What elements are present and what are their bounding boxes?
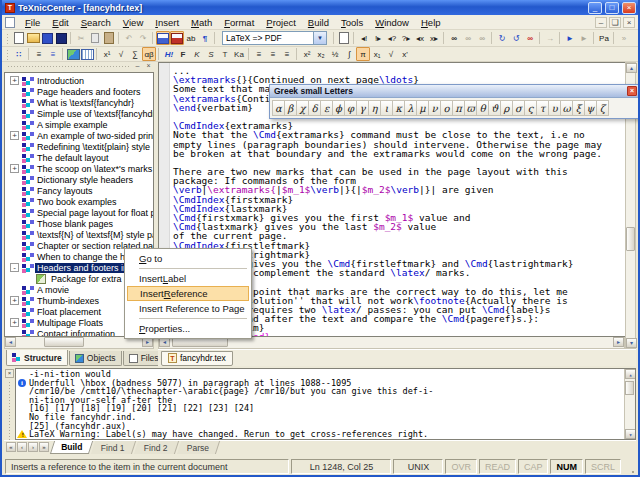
accent-icon[interactable]: x' <box>398 47 412 61</box>
context-menu-item[interactable] <box>139 268 247 269</box>
tree-expander-icon[interactable]: + <box>10 131 19 140</box>
goto-icon[interactable]: → <box>543 31 557 45</box>
paste-icon[interactable] <box>102 31 116 45</box>
resize-grip[interactable] <box>623 459 635 474</box>
context-menu-item[interactable] <box>139 318 247 319</box>
subscript-icon[interactable]: x₂ <box>314 47 328 61</box>
copy-icon[interactable] <box>88 31 102 45</box>
insert-table-icon[interactable] <box>80 47 94 61</box>
word-wrap-icon[interactable]: ¶ <box>198 31 212 45</box>
tree-item[interactable]: + Introduction <box>5 75 153 86</box>
toolbar-gripper[interactable] <box>6 33 10 44</box>
incremental-search-back-icon[interactable]: ↺ <box>509 31 523 45</box>
tree-item[interactable]: \textsf{N} of \textsf{M} style page numb… <box>5 229 153 240</box>
tree-expander-icon[interactable]: + <box>10 318 19 327</box>
menu-item[interactable]: Edit <box>46 16 74 29</box>
menu-item[interactable]: Format <box>218 16 260 29</box>
mdi-restore-button[interactable]: ❏ <box>609 17 621 28</box>
palette-close-icon[interactable]: × <box>627 86 637 96</box>
inline-math-icon[interactable]: √ <box>114 47 128 61</box>
emphasize-icon[interactable]: H! <box>162 47 176 61</box>
first-tab-icon[interactable]: « <box>6 442 16 452</box>
panel-close-icon[interactable]: × <box>144 63 153 71</box>
next-error-icon[interactable]: !▸ <box>371 31 385 45</box>
next-bookmark-icon[interactable]: » <box>617 31 631 45</box>
greek-palette-icon[interactable]: π <box>356 47 370 61</box>
menu-item[interactable]: Search <box>75 16 117 29</box>
enumerate-icon[interactable]: ≡ <box>32 47 46 61</box>
palette-title-bar[interactable]: Greek small Letters × <box>270 85 639 98</box>
context-menu-item[interactable]: Insert Label <box>127 271 249 286</box>
tree-item[interactable]: Those blank pages <box>5 218 153 229</box>
context-menu-item[interactable]: Insert Reference to Page <box>127 301 249 316</box>
next-warning-icon[interactable]: ?▸ <box>399 31 413 45</box>
preview-icon[interactable] <box>337 31 351 45</box>
save-all-icon[interactable] <box>54 31 68 45</box>
context-menu-item[interactable]: Go to <box>127 251 249 266</box>
panel-gripper[interactable] <box>7 65 131 69</box>
output-profile-combobox[interactable]: LaTeX => PDF ▼ <box>222 31 327 45</box>
align-right-icon[interactable]: ≡ <box>280 47 294 61</box>
scroll-up-icon[interactable]: ▴ <box>626 63 637 73</box>
next-badbox-icon[interactable]: x▸ <box>427 31 441 45</box>
snippet-icon[interactable]: ∷ <box>12 47 26 61</box>
maximize-button[interactable]: □ <box>605 2 619 14</box>
output-close-icon[interactable]: × <box>5 369 14 378</box>
spell-check-icon[interactable]: ab <box>184 31 198 45</box>
redo-icon[interactable]: ↷ <box>136 31 150 45</box>
previous-error-icon[interactable]: ◂! <box>357 31 371 45</box>
slanted-icon[interactable]: S <box>204 47 218 61</box>
context-menu-item[interactable]: Properties... <box>127 321 249 336</box>
scroll-up-icon[interactable]: ▴ <box>625 369 636 379</box>
menu-item[interactable]: Tools <box>335 16 369 29</box>
tree-item[interactable]: Two book examples <box>5 196 153 207</box>
tree-item[interactable]: Simple use of \textsf{fancyhdr} <box>5 108 153 119</box>
menu-item[interactable]: View <box>117 16 149 29</box>
itemize-icon[interactable]: ≡ <box>46 47 60 61</box>
incremental-search-icon[interactable]: ↻ <box>495 31 509 45</box>
menu-item[interactable]: Insert <box>149 16 185 29</box>
tree-expander-icon[interactable]: + <box>10 296 19 305</box>
menu-item[interactable]: Project <box>260 16 302 29</box>
small-caps-icon[interactable]: Ka <box>232 47 246 61</box>
save-icon[interactable] <box>40 31 54 45</box>
close-button[interactable]: × <box>622 2 636 14</box>
insert-image-icon[interactable] <box>66 47 80 61</box>
previous-tab-icon[interactable]: ‹ <box>17 442 27 452</box>
tree-item[interactable]: Page headers and footers <box>5 86 153 97</box>
tree-item[interactable]: Special page layout for float pages <box>5 207 153 218</box>
scrollbar-thumb[interactable] <box>625 381 634 395</box>
scroll-down-icon[interactable]: ▾ <box>625 429 636 439</box>
build-output[interactable]: -i-ni-tion would Underfull \hbox (badnes… <box>15 368 636 440</box>
output-tab[interactable]: Parse <box>176 441 219 454</box>
menu-item[interactable]: Build <box>302 16 335 29</box>
typewriter-icon[interactable]: T <box>218 47 232 61</box>
footnote-icon[interactable]: x¹ <box>100 47 114 61</box>
mdi-minimize-button[interactable]: – <box>595 17 607 28</box>
mdi-close-button[interactable]: × <box>623 17 635 28</box>
align-left-icon[interactable]: ≡ <box>252 47 266 61</box>
integral-icon[interactable]: ∫ <box>342 47 356 61</box>
document-tab-fancyhdr[interactable]: fancyhdr.tex <box>161 351 233 366</box>
menu-item[interactable]: Window <box>369 16 415 29</box>
editor-line[interactable]: be broken at that boundary and the extra… <box>173 149 625 158</box>
tree-item[interactable]: + The scoop on \latex*'s marks <box>5 163 153 174</box>
document-system-icon[interactable] <box>5 17 15 28</box>
output-vertical-scrollbar[interactable]: ▴ ▾ <box>624 369 635 439</box>
greek-letter-button[interactable]: ζ <box>596 100 609 116</box>
find-in-files-icon[interactable]: ∞ <box>523 31 537 45</box>
scroll-left-icon[interactable]: ◂ <box>5 337 16 347</box>
italic-icon[interactable]: K <box>190 47 204 61</box>
previous-warning-icon[interactable]: ◂? <box>385 31 399 45</box>
minimize-button[interactable]: _ <box>588 2 602 14</box>
tree-expander-icon[interactable]: + <box>10 76 19 85</box>
scroll-right-icon[interactable]: ▸ <box>613 337 624 347</box>
context-menu-item[interactable]: Insert Reference <box>127 286 249 301</box>
output-tab[interactable]: Find 2 <box>134 441 179 454</box>
tree-expander-icon[interactable]: - <box>10 263 19 272</box>
find-next-icon[interactable]: ∞ <box>475 31 489 45</box>
menu-item[interactable]: Math <box>185 16 218 29</box>
tree-item[interactable]: Redefining \textit{plain} style <box>5 141 153 152</box>
pointer-gray-icon[interactable]: ► <box>577 31 591 45</box>
undo-icon[interactable]: ↶ <box>122 31 136 45</box>
